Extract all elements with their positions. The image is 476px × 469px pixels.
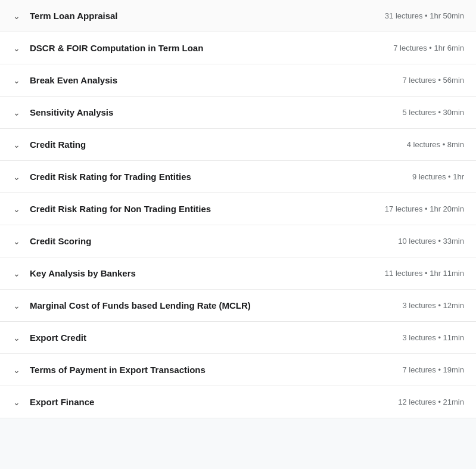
chevron-down-icon: ⌄ bbox=[12, 76, 21, 85]
course-item[interactable]: ⌄Credit Scoring10 lectures • 33min bbox=[0, 225, 476, 257]
course-item[interactable]: ⌄Credit Risk Rating for Trading Entities… bbox=[0, 161, 476, 193]
course-item-left: ⌄Term Loan Appraisal bbox=[12, 11, 118, 21]
course-title: Credit Scoring bbox=[30, 236, 91, 246]
course-meta: 31 lectures • 1hr 50min bbox=[385, 11, 464, 20]
course-title: DSCR & FOIR Computation in Term Loan bbox=[30, 43, 203, 53]
course-meta: 12 lectures • 21min bbox=[398, 397, 464, 406]
course-item[interactable]: ⌄Marginal Cost of Funds based Lending Ra… bbox=[0, 290, 476, 322]
course-item[interactable]: ⌄Credit Risk Rating for Non Trading Enti… bbox=[0, 193, 476, 225]
course-title: Export Credit bbox=[30, 333, 86, 343]
course-title: Terms of Payment in Export Transactions bbox=[30, 365, 206, 375]
course-list: ⌄Term Loan Appraisal31 lectures • 1hr 50… bbox=[0, 0, 476, 418]
course-item[interactable]: ⌄DSCR & FOIR Computation in Term Loan7 l… bbox=[0, 32, 476, 64]
course-item-left: ⌄Sensitivity Analysis bbox=[12, 107, 113, 117]
course-item[interactable]: ⌄Export Credit3 lectures • 11min bbox=[0, 322, 476, 354]
chevron-down-icon: ⌄ bbox=[12, 269, 21, 278]
course-item[interactable]: ⌄Sensitivity Analysis5 lectures • 30min bbox=[0, 97, 476, 129]
course-item[interactable]: ⌄Key Analysis by Bankers11 lectures • 1h… bbox=[0, 257, 476, 290]
chevron-down-icon: ⌄ bbox=[12, 140, 21, 150]
course-item[interactable]: ⌄Export Finance12 lectures • 21min bbox=[0, 386, 476, 418]
chevron-down-icon: ⌄ bbox=[12, 333, 21, 343]
course-title: Term Loan Appraisal bbox=[30, 11, 118, 21]
chevron-down-icon: ⌄ bbox=[12, 301, 21, 310]
course-item-left: ⌄Key Analysis by Bankers bbox=[12, 268, 136, 278]
course-meta: 17 lectures • 1hr 20min bbox=[385, 204, 464, 213]
course-item-left: ⌄Export Finance bbox=[12, 397, 94, 407]
course-title: Export Finance bbox=[30, 397, 94, 407]
course-item-left: ⌄Credit Rating bbox=[12, 139, 86, 150]
course-item[interactable]: ⌄Credit Rating4 lectures • 8min bbox=[0, 129, 476, 161]
course-meta: 7 lectures • 1hr 6min bbox=[393, 44, 464, 52]
course-item-left: ⌄Marginal Cost of Funds based Lending Ra… bbox=[12, 300, 251, 310]
course-title: Credit Risk Rating for Non Trading Entit… bbox=[30, 204, 211, 214]
course-meta: 4 lectures • 8min bbox=[407, 140, 464, 149]
chevron-down-icon: ⌄ bbox=[12, 204, 21, 214]
course-item[interactable]: ⌄Terms of Payment in Export Transactions… bbox=[0, 354, 476, 386]
course-meta: 10 lectures • 33min bbox=[398, 237, 464, 246]
course-meta: 3 lectures • 11min bbox=[402, 333, 464, 342]
course-item-left: ⌄DSCR & FOIR Computation in Term Loan bbox=[12, 43, 203, 53]
course-item-left: ⌄Credit Risk Rating for Trading Entities bbox=[12, 172, 191, 182]
course-title: Break Even Analysis bbox=[30, 75, 117, 85]
chevron-down-icon: ⌄ bbox=[12, 397, 21, 407]
chevron-down-icon: ⌄ bbox=[12, 44, 21, 53]
chevron-down-icon: ⌄ bbox=[12, 365, 21, 375]
course-title: Marginal Cost of Funds based Lending Rat… bbox=[30, 300, 251, 310]
course-item-left: ⌄Credit Scoring bbox=[12, 236, 91, 246]
course-item-left: ⌄Terms of Payment in Export Transactions bbox=[12, 365, 206, 375]
course-meta: 5 lectures • 30min bbox=[402, 108, 464, 117]
course-item-left: ⌄Credit Risk Rating for Non Trading Enti… bbox=[12, 204, 211, 214]
course-meta: 11 lectures • 1hr 11min bbox=[385, 269, 464, 278]
course-title: Sensitivity Analysis bbox=[30, 107, 113, 117]
course-title: Key Analysis by Bankers bbox=[30, 268, 136, 278]
course-item[interactable]: ⌄Break Even Analysis7 lectures • 56min bbox=[0, 64, 476, 97]
course-item-left: ⌄Break Even Analysis bbox=[12, 75, 117, 85]
course-meta: 9 lectures • 1hr bbox=[412, 172, 464, 181]
course-title: Credit Rating bbox=[30, 139, 86, 150]
course-title: Credit Risk Rating for Trading Entities bbox=[30, 172, 191, 182]
course-meta: 7 lectures • 19min bbox=[402, 365, 464, 374]
course-item-left: ⌄Export Credit bbox=[12, 333, 86, 343]
chevron-down-icon: ⌄ bbox=[12, 237, 21, 246]
course-meta: 3 lectures • 12min bbox=[402, 301, 464, 310]
chevron-down-icon: ⌄ bbox=[12, 172, 21, 182]
course-meta: 7 lectures • 56min bbox=[402, 76, 464, 85]
chevron-down-icon: ⌄ bbox=[12, 11, 21, 21]
course-item[interactable]: ⌄Term Loan Appraisal31 lectures • 1hr 50… bbox=[0, 0, 476, 32]
chevron-down-icon: ⌄ bbox=[12, 108, 21, 117]
